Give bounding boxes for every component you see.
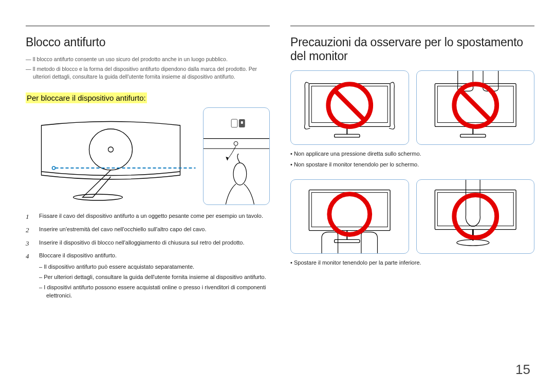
heading-antitheft: Blocco antifurto [26, 35, 270, 49]
step-4: Bloccare il dispositivo antifurto. Il di… [26, 252, 270, 300]
svg-rect-21 [460, 134, 485, 137]
fine-note-2: Il metodo di blocco e la forma del dispo… [26, 65, 270, 81]
svg-rect-15 [335, 134, 360, 137]
svg-point-0 [89, 129, 133, 170]
svg-rect-25 [311, 192, 387, 227]
substep-2: Per ulteriori dettagli, consultare la gu… [39, 273, 270, 282]
figure-row [26, 107, 270, 205]
svg-point-3 [52, 166, 55, 170]
svg-rect-5 [231, 119, 237, 127]
bullets-1: Non applicare una pressione diretta sull… [290, 150, 534, 169]
step-2: Inserire un'estremità del cavo nell'occh… [26, 226, 270, 234]
svg-line-23 [460, 90, 490, 120]
figure-monitor-rear [26, 107, 196, 205]
figure-dont-press-screen [290, 70, 409, 145]
steps-list: Fissare il cavo del dispositivo antifurt… [26, 212, 270, 301]
bullet-2a: Spostare il monitor tenendolo per la par… [290, 259, 534, 267]
svg-rect-30 [437, 192, 513, 226]
step-1: Fissare il cavo del dispositivo antifurt… [26, 212, 270, 220]
rule [290, 26, 534, 26]
rule [26, 26, 270, 26]
substeps-list: Il dispositivo antifurto può essere acqu… [39, 263, 270, 300]
svg-rect-7 [241, 121, 243, 124]
heading-precautions: Precauzioni da osservare per lo spostame… [290, 35, 534, 63]
step-4-text: Bloccare il dispositivo antifurto. [39, 252, 117, 258]
figure-hold-stand [416, 179, 535, 254]
svg-point-28 [329, 194, 370, 234]
precaution-row-1 [290, 70, 534, 145]
svg-line-17 [335, 90, 364, 120]
page-number: 15 [515, 362, 530, 378]
right-column: Precauzioni da osservare per lo spostame… [290, 26, 534, 305]
svg-point-33 [454, 195, 496, 237]
bullet-1a: Non applicare una pressione diretta sull… [290, 150, 534, 158]
figure-dont-hold-screen [416, 70, 535, 145]
left-column: Blocco antifurto Il blocco antifurto con… [26, 26, 270, 305]
fine-note-1: Il blocco antifurto consente un uso sicu… [26, 55, 270, 63]
figure-lock-detail [203, 107, 270, 205]
svg-point-11 [233, 162, 247, 184]
svg-point-10 [234, 141, 238, 145]
substep-1: Il dispositivo antifurto può essere acqu… [39, 263, 270, 271]
svg-point-1 [108, 147, 114, 152]
bullets-2: Spostare il monitor tenendolo per la par… [290, 259, 534, 267]
substep-3: I dispositivi antifurto possono essere a… [39, 284, 270, 300]
svg-point-2 [73, 194, 123, 200]
step-3: Inserire il dispositivo di blocco nell'a… [26, 239, 270, 247]
precaution-row-2 [290, 179, 534, 254]
bullet-1b: Non spostare il monitor tenendolo per lo… [290, 161, 534, 169]
subheading-lock: Per bloccare il dispositivo antifurto: [26, 92, 147, 103]
figure-hold-bottom [290, 179, 409, 254]
